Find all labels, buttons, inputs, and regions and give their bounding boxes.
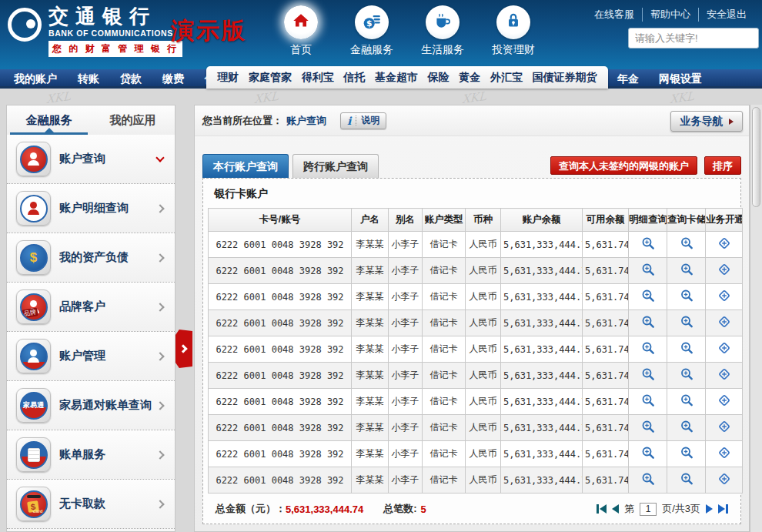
link-help-center[interactable]: 帮助中心 [642, 8, 698, 22]
business-navigation-button[interactable]: 业务导航 [670, 111, 743, 132]
cell-holder-name: 李某某 [352, 310, 389, 336]
col-balance: 账户余额 [501, 209, 583, 232]
sidebar-item-bill-service[interactable]: 账单服务 [7, 430, 175, 480]
detail-query-magnifier-icon[interactable] [629, 415, 667, 441]
detail-query-magnifier-icon[interactable] [629, 310, 667, 336]
cell-balance: 5,631,333,444.74 [501, 336, 583, 363]
next-page-button[interactable] [706, 504, 713, 514]
nav-insurance[interactable]: 保险 [428, 71, 450, 85]
sidebar-item-account-detail-query[interactable]: 账户明细查询 [7, 184, 175, 233]
nav-payment[interactable]: 缴费 [162, 72, 184, 86]
detail-query-magnifier-icon[interactable] [629, 258, 667, 284]
nav-delibao[interactable]: 得利宝 [302, 71, 334, 85]
nav-gold[interactable]: 黄金 [459, 71, 480, 85]
info-description-button[interactable]: i 说明 [340, 112, 386, 129]
card-query-magnifier-icon[interactable] [667, 336, 706, 363]
sidebar-item-jiayitong-statement[interactable]: 家易通 家易通对账单查询 [7, 381, 175, 430]
nav-forex[interactable]: 外汇宝 [490, 71, 523, 85]
first-page-button[interactable] [597, 504, 607, 514]
service-open-diamond-icon[interactable] [706, 363, 743, 389]
quick-nav-home[interactable]: 首页 [275, 5, 327, 57]
nav-annuity[interactable]: 年金 [617, 72, 639, 86]
sidebar-item-asset-liability[interactable]: $ 我的资产负债 [7, 233, 175, 283]
sidebar-item-brand-customer[interactable]: 品牌 品牌客户 [7, 283, 175, 332]
cell-available: 5,631.74 [583, 232, 629, 258]
page-number-input[interactable] [640, 503, 657, 516]
cell-card-number: 6222 6001 0048 3928 392 [209, 336, 352, 363]
table-row: 6222 6001 0048 3928 392 李某某 小李子 借记卡 人民币 … [209, 232, 743, 258]
service-open-diamond-icon[interactable] [706, 232, 743, 258]
account-manage-icon [16, 339, 51, 373]
card-query-magnifier-icon[interactable] [667, 363, 706, 389]
cell-holder-name: 李某某 [352, 232, 389, 258]
detail-query-magnifier-icon[interactable] [629, 284, 667, 310]
nav-trust[interactable]: 信托 [343, 71, 365, 85]
quick-nav-finance[interactable]: $ 金融服务 [346, 5, 398, 57]
service-open-diamond-icon[interactable] [706, 284, 743, 310]
bank-name-en: BANK OF COMMUNICATIONS [48, 28, 182, 38]
tab-interbank-account-query[interactable]: 跨行账户查询 [292, 154, 379, 178]
sidebar-tab-financial-services[interactable]: 金融服务 [7, 105, 91, 135]
card-query-magnifier-icon[interactable] [667, 415, 706, 441]
scrollbar-thumb[interactable] [752, 107, 760, 207]
service-open-diamond-icon[interactable] [706, 441, 743, 467]
nav-wealth[interactable]: 理财 [217, 71, 239, 85]
quick-nav-invest[interactable]: 投资理财 [487, 5, 540, 57]
search-input[interactable] [629, 32, 758, 44]
tab-local-bank-account-query[interactable]: 本行账户查询 [202, 154, 289, 178]
nav-fund-market[interactable]: 基金超市 [375, 71, 418, 85]
service-open-diamond-icon[interactable] [706, 310, 743, 336]
sidebar-item-cardless-withdraw[interactable]: $card 无卡取款 [7, 480, 175, 529]
link-online-service[interactable]: 在线客服 [587, 8, 642, 22]
sort-button[interactable]: 排序 [704, 156, 741, 175]
breadcrumb: 您当前所在位置： 账户查询 i 说明 业务导航 [195, 105, 749, 136]
nav-bond-futures[interactable]: 国债证券期货 [533, 71, 597, 85]
detail-query-magnifier-icon[interactable] [629, 467, 667, 494]
nav-transfer[interactable]: 转账 [78, 72, 99, 86]
detail-query-magnifier-icon[interactable] [629, 441, 667, 467]
table-row: 6222 6001 0048 3928 392 李某某 小李子 借记卡 人民币 … [209, 310, 743, 336]
link-safe-logout[interactable]: 安全退出 [698, 8, 754, 22]
cell-holder-name: 李某某 [352, 389, 389, 415]
service-open-diamond-icon[interactable] [706, 389, 743, 415]
service-open-diamond-icon[interactable] [706, 258, 743, 284]
last-page-button[interactable] [718, 504, 728, 514]
detail-query-magnifier-icon[interactable] [629, 232, 667, 258]
sidebar-tab-my-apps[interactable]: 我的应用 [91, 105, 175, 135]
table-row: 6222 6001 0048 3928 392 李某某 小李子 借记卡 人民币 … [209, 336, 743, 363]
sidebar-item-account-manage[interactable]: 账户管理 [7, 332, 175, 381]
nav-family-manager[interactable]: 家庭管家 [249, 71, 292, 85]
service-open-diamond-icon[interactable] [706, 415, 743, 441]
sidebar-item-account-query[interactable]: 账户查询 [7, 135, 175, 184]
sidebar-tabs: 金融服务 我的应用 [7, 105, 175, 135]
cell-alias: 小李子 [389, 441, 423, 467]
card-query-magnifier-icon[interactable] [667, 389, 706, 415]
detail-query-magnifier-icon[interactable] [629, 336, 667, 363]
service-open-diamond-icon[interactable] [706, 336, 743, 363]
bank-logo[interactable]: 交通银行 BANK OF COMMUNICATIONS 您 的 财 富 管 理 … [8, 5, 182, 57]
nav-loan[interactable]: 贷款 [120, 72, 142, 86]
cell-card-number: 6222 6001 0048 3928 392 [209, 284, 352, 310]
card-query-magnifier-icon[interactable] [667, 467, 706, 494]
card-query-magnifier-icon[interactable] [667, 310, 706, 336]
detail-query-magnifier-icon[interactable] [629, 389, 667, 415]
cell-alias: 小李子 [389, 336, 423, 363]
svg-text:$: $ [366, 18, 373, 28]
cell-account-type: 借记卡 [423, 363, 466, 389]
card-query-magnifier-icon[interactable] [667, 441, 706, 467]
card-query-magnifier-icon[interactable] [667, 232, 706, 258]
query-unsigned-accounts-button[interactable]: 查询本人未签约的网银的账户 [550, 156, 697, 175]
chevron-right-icon [155, 253, 164, 262]
nav-highlight-group: 理财 家庭管家 得利宝 信托 基金超市 保险 黄金 外汇宝 国债证券期货 [206, 66, 608, 89]
quick-nav-life[interactable]: 生活服务 [416, 5, 469, 57]
sidebar-collapse-handle[interactable] [175, 330, 192, 368]
vertical-scrollbar[interactable] [750, 105, 762, 532]
service-open-diamond-icon[interactable] [706, 467, 743, 494]
nav-my-account[interactable]: 我的账户 [14, 72, 57, 86]
nav-ebank-settings[interactable]: 网银设置 [659, 72, 702, 86]
prev-page-button[interactable] [612, 504, 619, 514]
detail-query-magnifier-icon[interactable] [629, 363, 667, 389]
card-query-magnifier-icon[interactable] [667, 258, 706, 284]
jiayitong-statement-icon: 家易通 [16, 388, 51, 423]
card-query-magnifier-icon[interactable] [667, 284, 706, 310]
